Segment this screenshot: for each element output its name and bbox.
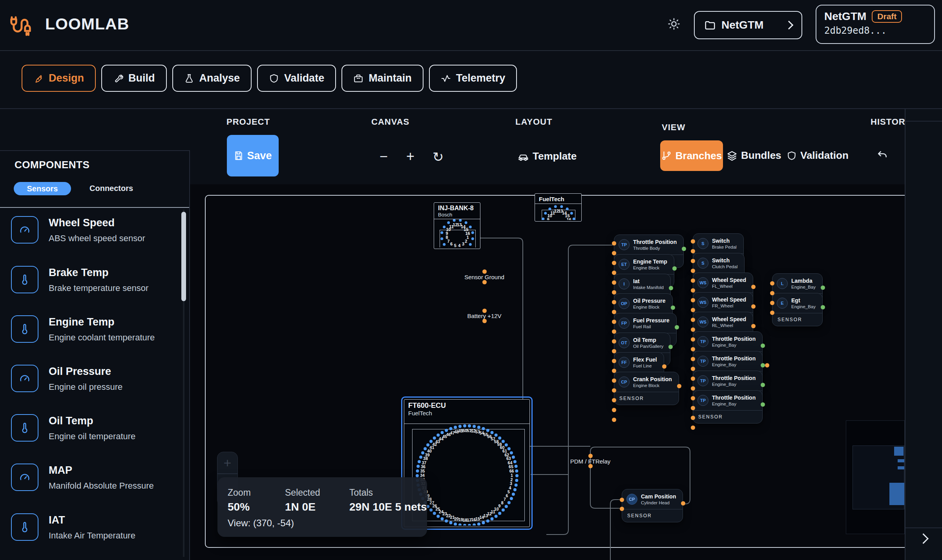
input-port[interactable] (691, 376, 695, 381)
zoom-in-button[interactable]: + (406, 148, 414, 165)
input-port[interactable] (691, 416, 695, 420)
green-status-port[interactable] (821, 305, 825, 309)
input-port[interactable] (612, 261, 616, 265)
input-port[interactable] (770, 301, 774, 305)
net-stub-port[interactable] (588, 454, 593, 458)
theme-toggle-sun-icon[interactable] (667, 17, 681, 31)
component-item-wheel-speed[interactable]: Wheel Speed ABS wheel speed sensor (0, 216, 184, 259)
input-port[interactable] (612, 280, 616, 285)
input-port[interactable] (612, 251, 616, 255)
input-port[interactable] (770, 311, 774, 315)
input-port[interactable] (691, 406, 695, 410)
input-port[interactable] (612, 398, 616, 402)
component-item-map[interactable]: MAP Manifold Absolute Pressure (0, 464, 184, 507)
input-port[interactable] (612, 320, 616, 324)
input-port[interactable] (770, 281, 774, 285)
input-port[interactable] (691, 278, 695, 283)
input-port[interactable] (691, 288, 695, 293)
input-port[interactable] (620, 507, 624, 511)
connector-node-fueltech-top[interactable]: FuelTech 12345678910111213141516 (535, 193, 582, 222)
input-port[interactable] (691, 425, 695, 430)
tab-analyse[interactable]: Analyse (172, 65, 252, 92)
orange-status-port[interactable] (751, 304, 756, 309)
tab-build[interactable]: Build (101, 65, 167, 92)
tab-design[interactable]: Design (22, 65, 96, 92)
minimap[interactable] (846, 420, 905, 534)
view-validation-button[interactable]: Validation (787, 149, 849, 162)
input-port[interactable] (612, 418, 616, 422)
input-port[interactable] (612, 408, 616, 412)
save-button[interactable]: Save (227, 135, 279, 176)
green-status-port[interactable] (761, 344, 765, 348)
tab-maintain[interactable]: Maintain (341, 65, 424, 92)
input-port[interactable] (691, 239, 695, 244)
component-item-iat[interactable]: IAT Intake Air Temperature (0, 513, 184, 556)
workspace-button[interactable]: NetGTM (694, 11, 802, 39)
view-branches-button[interactable]: Branches (660, 140, 723, 171)
view-bundles-button[interactable]: Bundles (727, 149, 781, 162)
input-port[interactable] (691, 347, 695, 351)
green-status-port[interactable] (761, 402, 765, 407)
input-port[interactable] (612, 378, 616, 383)
input-port[interactable] (691, 269, 695, 273)
green-status-port[interactable] (668, 345, 673, 349)
green-status-port[interactable] (672, 266, 677, 271)
net-stub-port[interactable] (482, 319, 487, 323)
component-item-oil-pressure[interactable]: Oil Pressure Engine oil pressure (0, 365, 184, 408)
canvas-zoom-in-button[interactable]: + (217, 452, 237, 473)
green-status-port[interactable] (682, 247, 686, 251)
input-port[interactable] (612, 339, 616, 344)
input-port[interactable] (691, 367, 695, 371)
net-stub-port[interactable] (482, 309, 487, 313)
input-port[interactable] (612, 369, 616, 373)
undo-button[interactable] (876, 149, 889, 162)
orange-status-port[interactable] (751, 324, 756, 328)
sidebar-tab-connectors[interactable]: Connectors (89, 184, 133, 193)
input-port[interactable] (691, 337, 695, 342)
tab-telemetry[interactable]: Telemetry (429, 65, 517, 92)
node-egt[interactable]: E Egt Engine_BaySENSOR (772, 293, 823, 326)
input-port[interactable] (612, 388, 616, 393)
input-port[interactable] (691, 386, 695, 391)
node-throttle-position[interactable]: TP Throttle Position Engine_BaySENSOR (693, 390, 763, 424)
input-port[interactable] (612, 349, 616, 353)
net-stub-port[interactable] (482, 269, 487, 274)
sidebar-scrollbar-thumb[interactable] (181, 212, 186, 301)
component-item-brake-temp[interactable]: Brake Temp Brake temperature sensor (0, 266, 184, 309)
input-port[interactable] (691, 259, 695, 263)
net-stub-port[interactable] (588, 464, 593, 468)
green-status-port[interactable] (761, 363, 765, 367)
orange-status-port[interactable] (662, 364, 666, 369)
green-status-port[interactable] (761, 383, 765, 387)
green-status-port[interactable] (675, 325, 679, 329)
orange-status-port[interactable] (681, 501, 685, 505)
node-cam-position[interactable]: CP Cam Position Cylinder HeadSENSOR (622, 489, 683, 522)
node-crank-position[interactable]: CP Crank Position Engine BlockSENSOR (614, 372, 679, 405)
input-port[interactable] (691, 308, 695, 312)
input-port[interactable] (691, 327, 695, 332)
orange-status-port[interactable] (677, 384, 681, 388)
green-status-port[interactable] (669, 286, 673, 290)
sidebar-tab-sensors[interactable]: Sensors (14, 182, 71, 195)
input-port[interactable] (612, 300, 616, 304)
zoom-out-button[interactable]: − (380, 148, 388, 165)
input-port[interactable] (691, 249, 695, 253)
input-port[interactable] (691, 298, 695, 302)
orange-status-port[interactable] (751, 285, 756, 289)
input-port[interactable] (691, 357, 695, 361)
net-stub-port[interactable] (482, 280, 487, 284)
project-card[interactable]: NetGTM Draft 2db29ed8... (816, 5, 935, 44)
input-port[interactable] (770, 291, 774, 295)
connector-node-inj-bank-8[interactable]: INJ-BANK-8 Bosch 12345678910111213141516 (434, 202, 480, 249)
input-port[interactable] (620, 498, 624, 502)
orange-status-port[interactable] (765, 363, 769, 367)
component-item-engine-temp[interactable]: Engine Temp Engine coolant temperature (0, 315, 184, 358)
green-status-port[interactable] (821, 285, 825, 290)
expand-panel-chevron-icon[interactable] (918, 533, 929, 544)
input-port[interactable] (691, 396, 695, 400)
component-item-oil-temp[interactable]: Oil Temp Engine oil temperature (0, 414, 184, 457)
refresh-icon[interactable]: ↻ (433, 149, 444, 165)
input-port[interactable] (612, 241, 616, 245)
input-port[interactable] (612, 290, 616, 295)
green-status-port[interactable] (671, 305, 675, 310)
